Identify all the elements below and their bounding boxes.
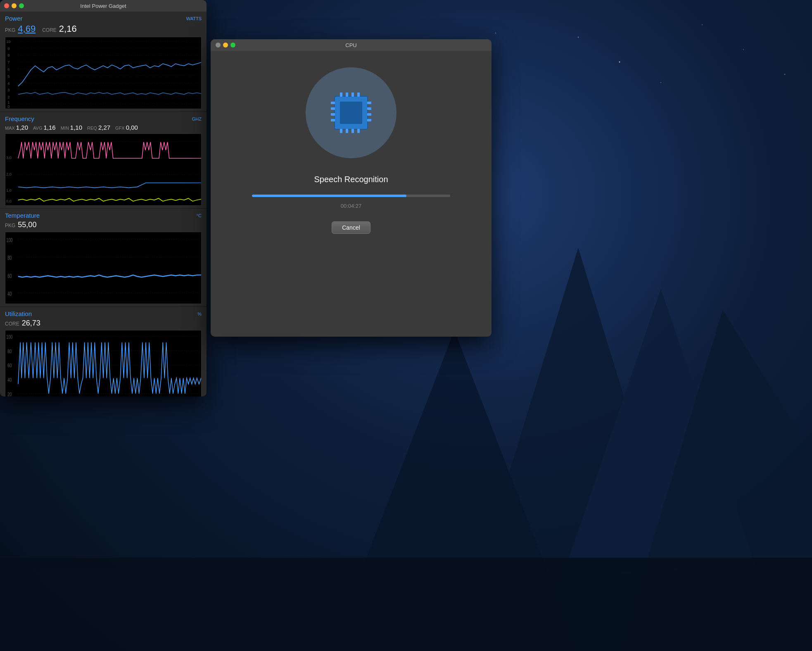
cpu-titlebar: CPU <box>211 39 491 51</box>
progress-bar-container <box>252 195 450 197</box>
maximize-button[interactable] <box>19 3 24 8</box>
frequency-chart: 3,0 2,0 1,0 0,0 <box>5 133 202 206</box>
svg-text:80: 80 <box>7 348 12 354</box>
progress-bar-fill <box>252 195 406 197</box>
utilization-values: CORE 26,73 <box>5 319 202 328</box>
min-value: 1,10 <box>70 124 82 131</box>
svg-text:6: 6 <box>7 67 9 71</box>
svg-text:7: 7 <box>7 60 9 64</box>
minimize-button[interactable] <box>12 3 17 8</box>
req-value: 2,27 <box>98 124 110 131</box>
svg-text:9: 9 <box>7 47 9 51</box>
svg-rect-67 <box>346 93 348 97</box>
cpu-minimize-button[interactable] <box>223 43 228 48</box>
core-value-power: 2,16 <box>59 24 77 34</box>
svg-rect-81 <box>367 119 371 121</box>
svg-point-3 <box>702 24 703 25</box>
cpu-body: Speech Recognition 00:04:27 Cancel <box>211 51 491 246</box>
core-label-power: CORE <box>42 27 57 33</box>
utilization-unit: % <box>197 311 202 316</box>
svg-text:2,0: 2,0 <box>6 172 12 176</box>
svg-point-7 <box>660 82 661 83</box>
close-button[interactable] <box>4 3 9 8</box>
svg-rect-74 <box>331 102 335 104</box>
freq-req: REQ 2,27 <box>87 124 110 131</box>
cpu-title: CPU <box>345 42 356 48</box>
svg-text:1,0: 1,0 <box>6 189 12 193</box>
svg-rect-78 <box>367 102 371 104</box>
svg-rect-65 <box>340 102 362 124</box>
svg-text:60: 60 <box>7 363 12 368</box>
utilization-section: Utilization % CORE 26,73 100 80 60 40 20… <box>0 307 207 397</box>
power-gadget-window: Intel Power Gadget Power WATTS PKG 4,69 … <box>0 0 207 397</box>
progress-time: 00:04:27 <box>341 203 362 209</box>
svg-rect-66 <box>340 93 342 97</box>
avg-label: AVG <box>33 126 42 131</box>
pkg-value: 4,69 <box>18 24 36 34</box>
gfx-label: GFX <box>115 126 125 131</box>
svg-rect-70 <box>340 129 342 133</box>
svg-text:4: 4 <box>7 81 9 86</box>
svg-text:0: 0 <box>8 396 10 397</box>
frequency-label: Frequency <box>5 115 34 122</box>
cpu-close-button[interactable] <box>216 43 221 48</box>
frequency-section: Frequency GHZ MAX 1,20 AVG 1,16 MIN 1,10… <box>0 112 207 209</box>
svg-point-9 <box>784 74 786 75</box>
cpu-chip-icon <box>324 86 378 140</box>
cancel-button[interactable]: Cancel <box>332 221 370 234</box>
temperature-values: PKG 55,00 <box>5 221 202 229</box>
cpu-maximize-button[interactable] <box>230 43 235 48</box>
temperature-section: Temperature °C PKG 55,00 100 80 60 40 <box>0 209 207 307</box>
svg-text:40: 40 <box>7 377 12 383</box>
power-gadget-window-controls <box>4 3 24 8</box>
svg-rect-76 <box>331 113 335 116</box>
max-value: 1,20 <box>16 124 28 131</box>
power-section-header: Power WATTS <box>5 15 202 22</box>
svg-rect-72 <box>351 129 354 133</box>
frequency-values: MAX 1,20 AVG 1,16 MIN 1,10 REQ 2,27 GFX … <box>5 124 202 131</box>
power-section: Power WATTS PKG 4,69 CORE 2,16 <box>0 12 207 112</box>
cpu-window-controls <box>216 43 235 48</box>
svg-point-6 <box>578 37 579 38</box>
util-core-label: CORE <box>5 321 19 327</box>
freq-gfx: GFX 0,00 <box>115 124 138 131</box>
svg-point-8 <box>743 49 744 50</box>
utilization-chart: 100 80 60 40 20 0 <box>5 330 202 397</box>
svg-text:80: 80 <box>7 254 12 261</box>
power-gadget-title: Intel Power Gadget <box>80 3 126 9</box>
svg-text:10: 10 <box>6 40 10 44</box>
svg-text:3,0: 3,0 <box>6 156 12 160</box>
power-chart: 10 9 8 7 6 5 4 3 2 1 0 <box>5 37 202 109</box>
temperature-label: Temperature <box>5 212 40 219</box>
freq-min: MIN 1,10 <box>61 124 82 131</box>
processing-label: Speech Recognition <box>314 175 388 184</box>
power-unit: WATTS <box>186 16 202 21</box>
svg-point-2 <box>619 62 620 63</box>
svg-point-1 <box>495 33 496 33</box>
temp-section-header: Temperature °C <box>5 212 202 219</box>
temp-pkg-label: PKG <box>5 223 15 228</box>
gfx-value: 0,00 <box>126 124 138 131</box>
svg-text:40: 40 <box>7 290 12 297</box>
util-section-header: Utilization % <box>5 310 202 317</box>
min-label: MIN <box>61 126 69 131</box>
temperature-unit: °C <box>197 213 202 218</box>
pkg-label: PKG <box>5 27 15 33</box>
svg-text:5: 5 <box>7 74 9 78</box>
svg-text:2: 2 <box>7 95 9 99</box>
svg-text:0: 0 <box>7 105 9 109</box>
power-values: PKG 4,69 CORE 2,16 <box>5 24 202 34</box>
frequency-section-header: Frequency GHZ <box>5 115 202 122</box>
freq-avg: AVG 1,16 <box>33 124 56 131</box>
power-gadget-titlebar: Intel Power Gadget <box>0 0 207 12</box>
svg-text:0,0: 0,0 <box>6 199 12 203</box>
svg-rect-73 <box>357 129 360 133</box>
svg-text:100: 100 <box>6 236 12 244</box>
cpu-icon-circle <box>306 67 397 158</box>
svg-text:8: 8 <box>7 54 9 58</box>
avg-value: 1,16 <box>43 124 55 131</box>
frequency-unit: GHZ <box>192 116 202 121</box>
req-label: REQ <box>87 126 97 131</box>
svg-text:60: 60 <box>7 272 12 279</box>
svg-text:3: 3 <box>7 88 9 93</box>
